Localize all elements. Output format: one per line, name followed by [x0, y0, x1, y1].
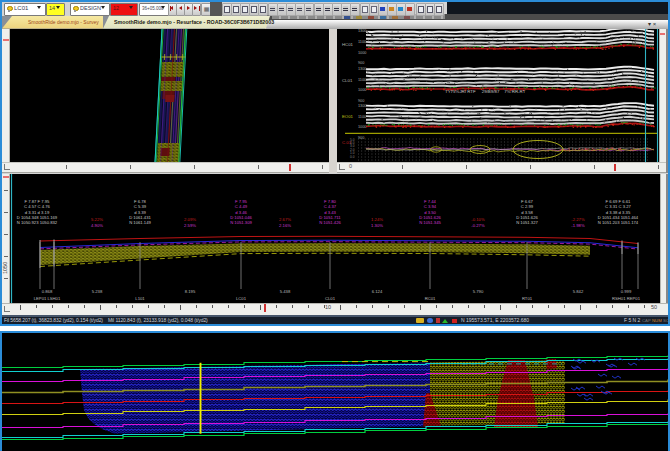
svg-text:4.90%: 4.90% [91, 223, 103, 228]
svg-text:C 4.49: C 4.49 [235, 204, 248, 209]
svg-text:C 3.31 C 3.27: C 3.31 C 3.27 [605, 204, 632, 209]
svg-text:HC01: HC01 [342, 42, 354, 47]
svg-text:F 7.95: F 7.95 [235, 199, 248, 204]
svg-text:C 4.57 C 4.76: C 4.57 C 4.76 [24, 204, 51, 209]
svg-text:2.09%: 2.09% [184, 217, 196, 222]
svg-text:d 3.46: d 3.46 [235, 210, 247, 215]
svg-text:0.868: 0.868 [42, 289, 53, 294]
svg-text:1300: 1300 [358, 67, 366, 71]
svg-text:5.790: 5.790 [473, 289, 484, 294]
svg-text:1100: 1100 [358, 115, 366, 119]
svg-text:2.16%: 2.16% [279, 223, 291, 228]
svg-text:5.22%: 5.22% [91, 217, 103, 222]
svg-text:N 1051.203 1051.174: N 1051.203 1051.174 [598, 220, 639, 225]
svg-text:5.238: 5.238 [92, 289, 103, 294]
svg-text:d 3.38 d 3.35: d 3.38 d 3.35 [606, 210, 631, 215]
svg-text:D 1051.626: D 1051.626 [516, 215, 538, 220]
svg-text:1300: 1300 [358, 29, 366, 33]
svg-text:d 3.39: d 3.39 [134, 210, 146, 215]
svg-text:D 1054.348 1051.169: D 1054.348 1051.169 [17, 215, 58, 220]
svg-text:C 3.94: C 3.94 [424, 204, 437, 209]
svg-text:C 5.39: C 5.39 [134, 204, 147, 209]
svg-text:900: 900 [358, 136, 364, 140]
svg-text:F 6.67: F 6.67 [521, 199, 534, 204]
svg-text:N 1051.426: N 1051.426 [319, 220, 341, 225]
svg-text:RC01: RC01 [425, 296, 436, 301]
svg-text:F 7.87 F 7.95: F 7.87 F 7.95 [25, 199, 51, 204]
svg-text:900: 900 [358, 61, 364, 65]
svg-text:d 3.31 d 3.19: d 3.31 d 3.19 [25, 210, 50, 215]
svg-text:-0.10%: -0.10% [471, 217, 485, 222]
svg-text:1000: 1000 [358, 125, 366, 129]
svg-text:CL01: CL01 [342, 78, 353, 83]
svg-text:N 1051.345: N 1051.345 [419, 220, 441, 225]
svg-text:N 1061.149: N 1061.149 [129, 220, 151, 225]
svg-text:N 1051.327: N 1051.327 [516, 220, 538, 225]
svg-text:1300: 1300 [358, 104, 366, 108]
svg-text:0.999: 0.999 [621, 289, 632, 294]
svg-text:N 1050.923 1050.832: N 1050.923 1050.832 [17, 220, 58, 225]
svg-text:C 4.37: C 4.37 [324, 204, 337, 209]
svg-text:1100: 1100 [358, 78, 366, 82]
svg-text:-0.27%: -0.27% [471, 223, 485, 228]
svg-text:900: 900 [358, 99, 364, 103]
svg-text:-2.27%: -2.27% [571, 217, 585, 222]
svg-text:2.67%: 2.67% [279, 217, 291, 222]
svg-text:TY75%JRI RTF 29/B9/87 7: TY75%JRI RTF 29/B9/87 7% RR-RT [445, 89, 526, 94]
svg-text:F 6.69 F 6.61: F 6.69 F 6.61 [606, 199, 632, 204]
svg-text:N 1051.309: N 1051.309 [230, 220, 252, 225]
svg-text:D 1051.046: D 1051.046 [230, 215, 252, 220]
svg-text:RT01: RT01 [522, 296, 533, 301]
svg-text:D 1051.434 1051.464: D 1051.434 1051.464 [598, 215, 639, 220]
svg-text:D 1051.626: D 1051.626 [419, 215, 441, 220]
svg-text:RSH01 REP01: RSH01 REP01 [612, 296, 641, 301]
svg-text:5.842: 5.842 [573, 289, 584, 294]
svg-text:-1.98%: -1.98% [571, 223, 585, 228]
svg-text:F 7.80: F 7.80 [324, 199, 337, 204]
svg-text:8.195: 8.195 [185, 289, 196, 294]
svg-text:EO01: EO01 [342, 114, 354, 119]
svg-text:D 1061.431: D 1061.431 [129, 215, 151, 220]
svg-text:2.59%: 2.59% [184, 223, 196, 228]
svg-text:d 3.43: d 3.43 [324, 210, 336, 215]
svg-text:d 3.50: d 3.50 [424, 210, 436, 215]
svg-text:LC01: LC01 [236, 296, 247, 301]
svg-text:5.438: 5.438 [280, 289, 291, 294]
svg-text:D 1051.711: D 1051.711 [319, 215, 341, 220]
svg-text:1000: 1000 [358, 88, 366, 92]
svg-text:0.0: 0.0 [350, 155, 355, 159]
svg-text:1.30%: 1.30% [371, 223, 383, 228]
svg-text:1000: 1000 [358, 51, 366, 55]
svg-text:L101: L101 [135, 296, 145, 301]
svg-text:F 6.78: F 6.78 [134, 199, 147, 204]
svg-text:C 2.99: C 2.99 [521, 204, 534, 209]
svg-text:CL01: CL01 [325, 296, 336, 301]
svg-text:d 3.58: d 3.58 [521, 210, 533, 215]
svg-text:1.24%: 1.24% [371, 217, 383, 222]
svg-text:LEP01 LSH01: LEP01 LSH01 [34, 296, 61, 301]
svg-text:F 7.44: F 7.44 [424, 199, 437, 204]
svg-text:6.124: 6.124 [372, 289, 383, 294]
svg-text:1100: 1100 [358, 40, 366, 44]
